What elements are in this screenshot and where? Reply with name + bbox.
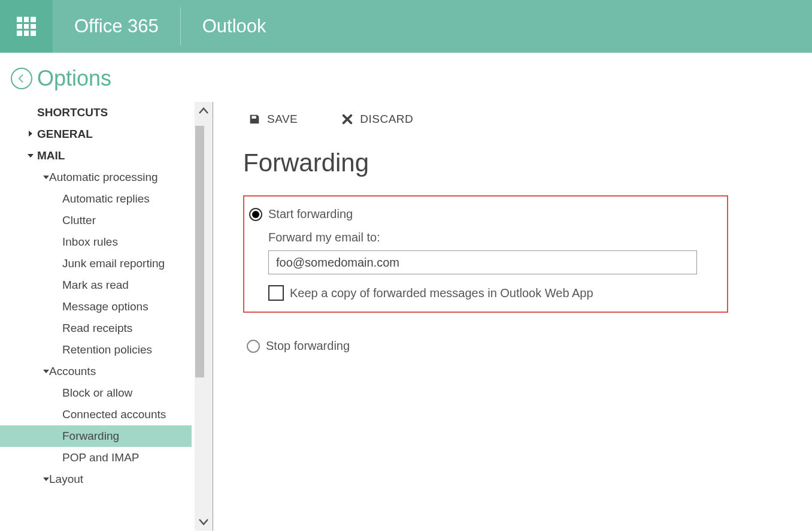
sidebar-general-label: GENERAL: [37, 128, 93, 140]
save-icon: [248, 113, 261, 126]
sidebar-connected-accounts[interactable]: Connected accounts: [0, 404, 192, 425]
options-title: Options: [37, 66, 111, 91]
sidebar-block-or-allow[interactable]: Block or allow: [0, 382, 192, 404]
forward-to-field-block: Forward my email to:: [244, 225, 727, 274]
start-forwarding-label: Start forwarding: [268, 207, 353, 221]
arrow-left-icon: [16, 72, 28, 84]
sidebar-shortcuts[interactable]: SHORTCUTS: [0, 102, 192, 123]
discard-button[interactable]: DISCARD: [341, 113, 413, 126]
main-content: SAVE DISCARD Forwarding Start forwarding…: [213, 102, 812, 531]
caret-down-icon: [43, 370, 49, 373]
sidebar-general[interactable]: GENERAL: [0, 123, 192, 145]
sidebar-read-receipts[interactable]: Read receipts: [0, 318, 192, 339]
options-sidebar: SHORTCUTS GENERAL MAIL Automatic process…: [0, 102, 192, 531]
sidebar-junk-email-reporting[interactable]: Junk email reporting: [0, 253, 192, 274]
app-launcher-button[interactable]: [0, 0, 53, 53]
keep-copy-label: Keep a copy of forwarded messages in Out…: [290, 286, 593, 300]
save-button[interactable]: SAVE: [248, 113, 298, 126]
start-forwarding-radio[interactable]: Start forwarding: [244, 204, 727, 225]
stop-forwarding-label: Stop forwarding: [266, 339, 350, 353]
sidebar-automatic-processing[interactable]: Automatic processing: [0, 167, 192, 188]
sidebar-accounts[interactable]: Accounts: [0, 361, 192, 382]
sidebar-scrollbar[interactable]: [195, 102, 213, 531]
stop-forwarding-radio[interactable]: Stop forwarding: [243, 335, 812, 356]
checkbox-unchecked-icon: [268, 285, 284, 301]
sidebar-mail[interactable]: MAIL: [0, 145, 192, 167]
back-button[interactable]: [11, 68, 32, 89]
caret-right-icon: [29, 131, 32, 137]
sidebar-automatic-replies[interactable]: Automatic replies: [0, 188, 192, 210]
radio-selected-icon: [249, 208, 262, 221]
scroll-down-icon[interactable]: [195, 513, 213, 531]
sidebar-pop-and-imap[interactable]: POP and IMAP: [0, 447, 192, 468]
close-icon: [341, 113, 354, 126]
discard-label: DISCARD: [360, 113, 413, 126]
waffle-icon: [17, 17, 36, 36]
sidebar-forwarding[interactable]: Forwarding: [0, 425, 192, 447]
sidebar-message-options[interactable]: Message options: [0, 296, 192, 318]
caret-down-icon: [43, 176, 49, 179]
options-bar: Options: [0, 53, 812, 102]
sidebar-retention-policies[interactable]: Retention policies: [0, 339, 192, 361]
action-toolbar: SAVE DISCARD: [243, 102, 812, 134]
sidebar-mail-label: MAIL: [37, 149, 65, 162]
sidebar-accounts-label: Accounts: [49, 365, 96, 377]
scroll-thumb[interactable]: [195, 126, 204, 377]
sidebar-mark-as-read[interactable]: Mark as read: [0, 274, 192, 296]
caret-down-icon: [28, 154, 34, 161]
forward-to-label: Forward my email to:: [268, 231, 727, 244]
content-layout: SHORTCUTS GENERAL MAIL Automatic process…: [0, 102, 812, 531]
sidebar-automatic-processing-label: Automatic processing: [49, 171, 158, 183]
scroll-up-icon[interactable]: [195, 102, 213, 120]
sidebar-clutter[interactable]: Clutter: [0, 210, 192, 231]
sidebar-layout[interactable]: Layout: [0, 468, 192, 490]
radio-unselected-icon: [247, 340, 260, 353]
caret-down-icon: [43, 477, 49, 481]
sidebar-inbox-rules[interactable]: Inbox rules: [0, 231, 192, 253]
sidebar-layout-label: Layout: [49, 473, 83, 485]
keep-copy-checkbox[interactable]: Keep a copy of forwarded messages in Out…: [244, 274, 727, 301]
forward-to-input[interactable]: [268, 250, 697, 274]
highlight-annotation: Start forwarding Forward my email to: Ke…: [243, 195, 728, 313]
app-title[interactable]: Outlook: [181, 0, 288, 53]
save-label: SAVE: [267, 113, 298, 126]
app-header: Office 365 Outlook: [0, 0, 812, 53]
sidebar-wrap: SHORTCUTS GENERAL MAIL Automatic process…: [0, 102, 213, 531]
suite-title[interactable]: Office 365: [53, 0, 180, 53]
page-heading: Forwarding: [243, 149, 812, 177]
